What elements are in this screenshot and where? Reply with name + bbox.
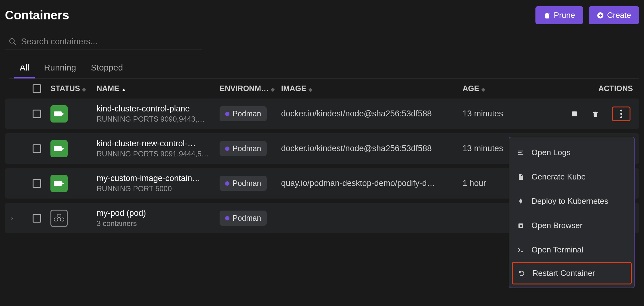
- restart-icon: [518, 269, 526, 277]
- container-image: docker.io/kindest/node@sha256:53df588: [281, 144, 461, 153]
- row-checkbox[interactable]: [33, 110, 41, 118]
- terminal-icon: [517, 246, 525, 254]
- menu-deploy-k8s[interactable]: Deploy to Kubernetes: [509, 189, 634, 213]
- container-subtext: RUNNING PORT 5000: [97, 184, 218, 193]
- select-all-checkbox[interactable]: [33, 84, 41, 93]
- create-button[interactable]: Create: [589, 6, 639, 24]
- logs-icon: [517, 149, 525, 157]
- container-name: kind-cluster-control-plane: [97, 104, 218, 114]
- tab-stopped[interactable]: Stopped: [91, 63, 123, 78]
- pod-icon: [50, 210, 68, 227]
- page-title: Containers: [5, 8, 69, 22]
- menu-open-browser[interactable]: Open Browser: [509, 213, 634, 238]
- context-menu: Open Logs Generate Kube Deploy to Kubern…: [509, 137, 635, 288]
- rocket-icon: [517, 197, 525, 205]
- svg-rect-8: [54, 181, 62, 186]
- prune-label: Prune: [554, 10, 575, 20]
- env-badge: Podman: [220, 106, 267, 121]
- tab-running[interactable]: Running: [44, 63, 76, 78]
- svg-rect-3: [54, 111, 62, 116]
- search-icon: [9, 37, 17, 46]
- container-running-icon: [50, 175, 68, 192]
- container-name: kind-cluster-new-control-…: [97, 139, 218, 148]
- col-env[interactable]: ENVIRONM…: [220, 84, 269, 93]
- file-icon: [517, 173, 525, 181]
- container-subtext: 3 containers: [97, 219, 218, 228]
- container-running-icon: [50, 105, 68, 123]
- svg-point-1: [10, 38, 14, 43]
- search-input[interactable]: [21, 37, 198, 46]
- menu-generate-kube[interactable]: Generate Kube: [509, 165, 634, 189]
- container-image: quay.io/podman-desktop-demo/podify-d…: [281, 179, 461, 188]
- row-checkbox[interactable]: [33, 214, 41, 223]
- container-age: 13 minutes: [463, 109, 518, 119]
- stop-button[interactable]: [570, 110, 579, 118]
- svg-marker-9: [62, 182, 64, 185]
- env-badge: Podman: [220, 176, 267, 191]
- container-running-icon: [50, 140, 68, 157]
- container-name: my-pod (pod): [97, 208, 218, 218]
- svg-rect-6: [54, 146, 62, 151]
- expand-chevron-icon[interactable]: ›: [11, 214, 13, 222]
- svg-rect-5: [572, 111, 577, 116]
- external-link-icon: [517, 222, 525, 230]
- container-subtext: RUNNING PORTS 9091,9444,5…: [97, 150, 218, 158]
- col-name[interactable]: NAME: [97, 84, 119, 93]
- menu-open-terminal[interactable]: Open Terminal: [509, 238, 634, 262]
- menu-restart-container[interactable]: Restart Container: [512, 262, 632, 284]
- create-label: Create: [607, 10, 631, 20]
- col-age[interactable]: AGE: [463, 84, 479, 93]
- container-image: docker.io/kindest/node@sha256:53df588: [281, 109, 461, 119]
- tab-all[interactable]: All: [20, 63, 29, 78]
- table-header: STATUS ◆ NAME ▲ ENVIRONM… ◆ IMAGE ◆ AGE …: [5, 79, 639, 99]
- container-subtext: RUNNING PORTS 9090,9443,…: [97, 115, 218, 123]
- row-checkbox[interactable]: [33, 144, 41, 153]
- col-image[interactable]: IMAGE: [281, 84, 306, 93]
- prune-button[interactable]: Prune: [535, 6, 583, 24]
- search-bar[interactable]: [5, 34, 202, 50]
- kebab-menu-button[interactable]: [612, 107, 630, 121]
- trash-icon: [543, 12, 551, 19]
- col-status[interactable]: STATUS: [50, 84, 80, 93]
- menu-open-logs[interactable]: Open Logs: [509, 140, 634, 165]
- delete-button[interactable]: [591, 110, 600, 118]
- table-row[interactable]: kind-cluster-control-plane RUNNING PORTS…: [5, 99, 639, 129]
- row-checkbox[interactable]: [33, 179, 41, 188]
- svg-line-2: [14, 42, 16, 45]
- plus-circle-icon: [597, 12, 604, 19]
- env-badge: Podman: [220, 211, 267, 226]
- svg-marker-4: [62, 113, 64, 115]
- svg-marker-7: [62, 147, 64, 150]
- env-badge: Podman: [220, 141, 267, 156]
- col-actions: ACTIONS: [598, 84, 633, 93]
- container-name: my-custom-image-contain…: [97, 174, 218, 183]
